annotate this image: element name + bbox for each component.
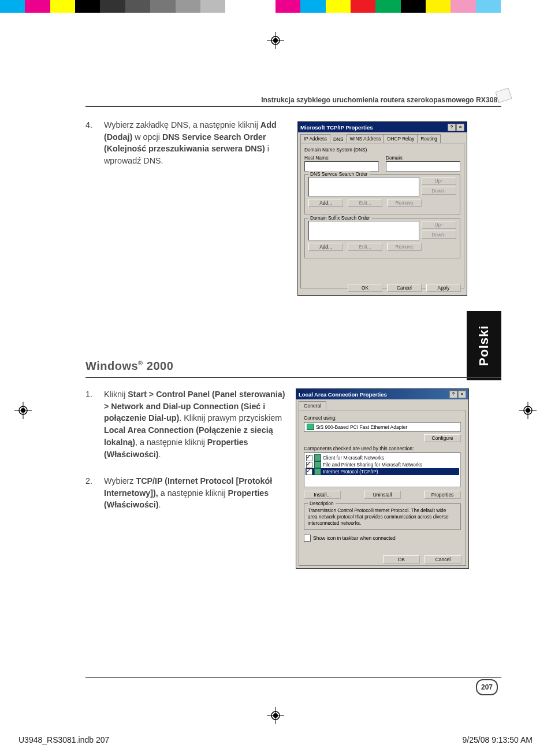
text: w opcji	[132, 132, 162, 142]
text: Kliknij	[104, 390, 128, 399]
dialog-title: Microsoft TCP/IP Properties	[300, 124, 373, 131]
registration-mark-icon	[519, 402, 537, 419]
tab-wins[interactable]: WINS Address	[347, 134, 385, 143]
page-number: 207	[476, 679, 498, 695]
text: Wybierz	[104, 476, 136, 486]
remove-button[interactable]: Remove	[387, 199, 422, 207]
dialog-titlebar: Local Area Connection Properties ?×	[296, 389, 468, 399]
add-button[interactable]: Add...	[308, 243, 343, 251]
up-button[interactable]: Up↑	[422, 177, 456, 185]
down-button[interactable]: Down↓	[422, 187, 456, 195]
item-label: File and Printer Sharing for Microsoft N…	[323, 462, 422, 468]
down-button[interactable]: Down↓	[422, 231, 456, 239]
page-header: Instrukcja szybkiego uruchomienia router…	[85, 96, 501, 107]
hostname-input[interactable]	[304, 161, 379, 172]
footer-right: 9/25/08 9:13:50 AM	[463, 735, 533, 744]
text: Windows	[85, 360, 138, 372]
component-icon	[314, 454, 321, 461]
text: , a następnie kliknij	[135, 438, 207, 447]
group-label: Domain Suffix Search Order	[308, 215, 372, 221]
text: .	[159, 500, 161, 509]
text: ®	[138, 360, 143, 366]
checkbox-icon[interactable]	[306, 469, 312, 475]
registration-mark-icon	[267, 32, 284, 49]
step-2: 2. Wybierz TCP/IP (Internet Protocol [Pr…	[85, 475, 288, 511]
suffix-search-list[interactable]	[308, 221, 419, 240]
show-icon-row[interactable]: Show icon in taskbar when connected	[304, 535, 461, 542]
window-buttons: ?×	[447, 123, 464, 131]
tcpip-properties-dialog: Microsoft TCP/IP Properties ?× IP Addres…	[297, 121, 467, 296]
language-tab: Polski	[467, 311, 501, 380]
tab-dns[interactable]: DNS	[330, 135, 347, 143]
close-icon[interactable]: ×	[458, 391, 466, 398]
components-label: Components checked are used by this conn…	[304, 446, 461, 451]
dialog-title: Local Area Connection Properties	[299, 391, 387, 398]
install-button[interactable]: Install...	[304, 491, 341, 499]
text: 2000	[143, 360, 174, 372]
item-label: Internet Protocol (TCP/IP)	[323, 469, 378, 475]
registration-mark-icon	[14, 402, 32, 419]
help-icon[interactable]: ?	[449, 391, 457, 398]
text: .	[159, 450, 161, 459]
divider	[85, 677, 501, 679]
tab-dhcp[interactable]: DHCP Relay	[384, 134, 418, 143]
add-button[interactable]: Add...	[308, 199, 343, 207]
show-icon-label: Show icon in taskbar when connected	[313, 535, 396, 541]
help-icon[interactable]: ?	[448, 124, 456, 131]
list-item[interactable]: Client for Microsoft Networks	[306, 454, 459, 461]
configure-button[interactable]: Configure	[424, 434, 461, 442]
adapter-field: SiS 900-Based PCI Fast Ethernet Adapter	[304, 422, 461, 432]
brand-icon	[495, 88, 512, 103]
step-4: 4. Wybierz zakładkę DNS, a następnie kli…	[85, 119, 288, 167]
text: a następnie kliknij	[158, 488, 228, 498]
checkbox-icon[interactable]	[304, 535, 311, 542]
language-label: Polski	[476, 325, 492, 366]
dns-search-list[interactable]	[308, 177, 419, 197]
component-icon	[314, 461, 321, 468]
components-list[interactable]: Client for Microsoft Networks File and P…	[304, 453, 461, 487]
text: Wybierz zakładkę DNS, a następnie klikni…	[104, 120, 260, 129]
close-icon[interactable]: ×	[456, 124, 464, 131]
list-item[interactable]: File and Printer Sharing for Microsoft N…	[306, 461, 459, 468]
list-item[interactable]: Internet Protocol (TCP/IP)	[306, 468, 459, 475]
step-number: 1.	[85, 388, 98, 401]
cancel-button[interactable]: Cancel	[425, 555, 461, 564]
registration-mark-icon	[267, 707, 284, 724]
ok-button[interactable]: OK	[348, 284, 382, 292]
nic-icon	[307, 424, 314, 430]
item-label: Client for Microsoft Networks	[323, 455, 384, 461]
step-1: 1. Kliknij Start > Control Panel (Panel …	[85, 388, 288, 460]
dialog-titlebar: Microsoft TCP/IP Properties ?×	[298, 122, 467, 132]
tab-general[interactable]: General	[299, 401, 326, 410]
properties-button[interactable]: Properties	[424, 491, 461, 499]
description-label: Description	[308, 501, 336, 507]
tab-ipaddress[interactable]: IP Address	[300, 134, 330, 143]
adapter-name: SiS 900-Based PCI Fast Ethernet Adapter	[316, 424, 407, 430]
tabs: IP Address DNS WINS Address DHCP Relay R…	[300, 134, 464, 143]
domain-input[interactable]	[386, 161, 460, 172]
tab-routing[interactable]: Routing	[417, 134, 441, 143]
apply-button[interactable]: Apply	[426, 284, 461, 292]
edit-button[interactable]: Edit...	[348, 199, 382, 207]
remove-button[interactable]: Remove	[387, 243, 422, 251]
local-area-connection-dialog: Local Area Connection Properties ?× Gene…	[296, 388, 469, 569]
uninstall-button[interactable]: Uninstall	[364, 491, 401, 499]
edit-button[interactable]: Edit...	[348, 243, 382, 251]
text: . Kliknij prawym przyciskiem	[179, 413, 282, 423]
window-buttons: ?×	[449, 390, 466, 398]
cancel-button[interactable]: Cancel	[387, 284, 422, 292]
step-number: 2.	[85, 475, 98, 487]
print-colorbar	[0, 0, 551, 13]
tab-pane: Connect using: SiS 900-Based PCI Fast Et…	[299, 410, 466, 566]
step-number: 4.	[85, 119, 98, 131]
group-label: DNS Service Search Order	[308, 171, 370, 177]
ok-button[interactable]: OK	[383, 555, 420, 564]
description-text: Transmission Control Protocol/Internet P…	[308, 507, 449, 526]
component-icon	[314, 468, 321, 475]
section-heading: Windows® 2000	[85, 360, 173, 373]
domain-label: Domain:	[386, 155, 460, 161]
tab-pane: Domain Name System (DNS) Host Name: Doma…	[300, 143, 464, 288]
footer-left: U3948_RS3081.indb 207	[18, 735, 109, 744]
up-button[interactable]: Up↑	[422, 221, 456, 229]
connect-using-label: Connect using:	[304, 415, 461, 421]
